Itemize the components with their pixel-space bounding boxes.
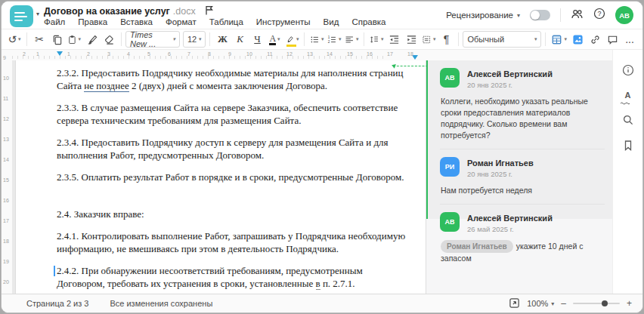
document-extension: .docx	[173, 6, 196, 17]
font-family-value: Times New ...	[130, 30, 171, 48]
format-painter-icon	[86, 34, 98, 45]
zoom-slider-thumb[interactable]	[602, 300, 608, 306]
chevron-down-icon: ▾	[18, 36, 21, 42]
commented-text[interactable]: не позднее	[84, 80, 128, 92]
ruler-number: 12	[286, 51, 293, 57]
right-sidebar: А	[612, 50, 642, 294]
menu-format[interactable]: Формат	[166, 17, 197, 26]
comment-text: Роман Игнатьевукажите 10 дней с запасом	[441, 240, 605, 264]
ruler-number: 16	[3, 198, 9, 203]
insert-image-button[interactable]	[569, 30, 586, 48]
comment-author: Роман Игнатьев	[467, 157, 534, 168]
copy-icon	[51, 34, 63, 45]
increase-indent-button[interactable]	[403, 30, 420, 48]
align-button[interactable]: ▾	[343, 30, 360, 48]
numbered-list-button[interactable]: 12 ▾	[326, 30, 342, 48]
spellcheck-icon[interactable]: А	[621, 88, 635, 102]
search-icon[interactable]	[621, 113, 635, 127]
divider	[560, 8, 561, 22]
help-icon[interactable]: ?	[593, 8, 605, 23]
ruler-number: 13	[3, 137, 9, 142]
cut-button[interactable]: ✂	[31, 30, 48, 48]
copy-button[interactable]	[48, 30, 65, 48]
zoom-select[interactable]: 100% ▾	[527, 299, 554, 308]
comment-avatar: РИ	[440, 157, 460, 177]
fit-page-icon[interactable]	[509, 297, 520, 310]
chevron-down-icon: ▾	[433, 36, 436, 42]
ruler-number: 17	[3, 218, 9, 223]
undo-icon: ↺	[8, 33, 17, 45]
horizontal-ruler[interactable]: 21123456789101112131415161718	[12, 50, 612, 60]
zoom-slider[interactable]	[573, 303, 620, 304]
show-marks-button[interactable]: ¶	[438, 30, 454, 48]
user-avatar[interactable]: АВ	[615, 6, 633, 24]
undo-button[interactable]: ↺▾	[6, 30, 23, 48]
vertical-ruler[interactable]: 91011121314151617181920	[2, 50, 12, 294]
app-logo-icon[interactable]	[10, 5, 33, 27]
bullet-list-icon	[310, 34, 319, 45]
highlight-color-bar	[286, 45, 296, 47]
ruler-number: 6	[168, 51, 171, 57]
clear-format-button[interactable]	[101, 30, 117, 48]
menu-tools[interactable]: Инструменты	[256, 17, 311, 26]
font-size-select[interactable]: 12▾	[183, 31, 206, 48]
italic-button[interactable]: К	[231, 30, 248, 48]
bullet-list-button[interactable]: ▾	[308, 30, 325, 48]
mention-chip[interactable]: Роман Игнатьев	[441, 240, 513, 253]
zoom-in-button[interactable]: +	[627, 298, 632, 309]
chevron-down-icon: ▾	[277, 36, 280, 42]
ruler-number: 17	[387, 51, 393, 57]
chevron-down-icon: ▾	[517, 12, 520, 19]
bookmark-icon[interactable]	[621, 138, 635, 152]
review-toggle[interactable]	[530, 10, 550, 20]
chevron-down-icon: ▾	[339, 36, 342, 42]
toolbar: ↺▾ ✂ ▾ Times New ...▾ 12▾ Ж К Ч А▾ ▾	[2, 29, 642, 50]
text-cursor	[54, 266, 55, 276]
flag-icon[interactable]	[205, 5, 213, 17]
font-family-select[interactable]: Times New ...▾	[125, 31, 180, 48]
insert-comment-button[interactable]	[604, 30, 621, 48]
menu-view[interactable]: Вид	[324, 17, 339, 26]
format-painter-button[interactable]	[83, 30, 100, 48]
comment-text: Нам потребуется неделя	[441, 185, 605, 196]
insert-table-button[interactable]: ▾	[550, 30, 568, 48]
paragraph-style-select[interactable]: Обычный▾	[463, 31, 541, 48]
status-bar: Страница 2 из 3 Все изменения сохранены …	[2, 294, 642, 312]
menu-table[interactable]: Таблица	[209, 17, 243, 26]
link-icon	[590, 34, 601, 45]
ruler-number: 1	[36, 51, 39, 57]
info-icon[interactable]	[621, 63, 635, 77]
ruler-number: 18	[3, 239, 9, 244]
document-page[interactable]: 2.3.2. Предоставить Подрядчику необходим…	[15, 60, 426, 294]
menu-file[interactable]: Файл	[44, 17, 65, 26]
line-spacing-button[interactable]: ▾	[368, 30, 385, 48]
underline-button[interactable]: Ч	[249, 30, 265, 48]
more-tools-button[interactable]: ...	[621, 30, 638, 48]
comment-thread[interactable]: АВ Алексей Вертинский 20 янв 2025 г. Кол…	[426, 60, 615, 219]
menu-insert[interactable]: Вставка	[120, 17, 153, 26]
highlight-button[interactable]: ▾	[283, 30, 300, 48]
paragraph-borders-button[interactable]: ▾	[420, 30, 437, 48]
ruler-number: 14	[3, 157, 9, 162]
decrease-indent-button[interactable]	[385, 30, 402, 48]
review-mode-dropdown[interactable]: Рецензирование ▾	[446, 11, 520, 20]
chevron-down-icon: ▾	[564, 36, 567, 42]
comment-date: 26 май 2025 г.	[467, 225, 553, 233]
menu-help[interactable]: Справка	[351, 17, 385, 26]
menu-edit[interactable]: Правка	[78, 17, 107, 26]
collaboration-icon[interactable]	[571, 8, 584, 23]
insert-link-button[interactable]	[587, 30, 603, 48]
increase-indent-icon	[406, 34, 417, 45]
page-indicator[interactable]: Страница 2 из 3	[26, 299, 88, 308]
paste-button[interactable]: ▾	[66, 30, 82, 48]
indent-marker-left[interactable]	[57, 51, 63, 56]
bold-button[interactable]: Ж	[214, 30, 231, 48]
app-menu-caret-icon[interactable]: ▾	[36, 11, 39, 17]
font-color-button[interactable]: А▾	[266, 30, 283, 48]
zoom-out-button[interactable]: –	[561, 298, 566, 309]
line-spacing-icon	[370, 34, 379, 45]
ruler-number: 15	[347, 51, 353, 57]
paste-icon	[67, 34, 76, 45]
ruler-number: 2	[87, 51, 90, 57]
ruler-number: 14	[327, 51, 333, 57]
